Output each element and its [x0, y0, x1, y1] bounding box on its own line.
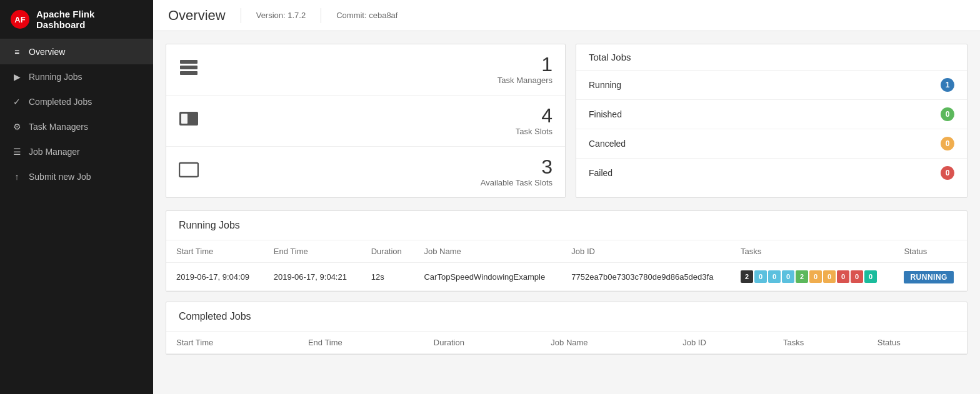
- task-badge-5: 0: [809, 270, 822, 283]
- col-tasks: Tasks: [731, 240, 894, 263]
- sidebar-item-task-managers[interactable]: ⚙ Task Managers: [0, 114, 153, 139]
- completed-jobs-table-header: Start Time End Time Duration Job Name Jo…: [166, 332, 967, 354]
- sidebar-item-completed-jobs-label: Completed Jobs: [29, 97, 92, 107]
- app-title: Apache Flink Dashboard: [36, 9, 143, 30]
- topbar-divider: [241, 8, 241, 23]
- task-managers-stat: 1 Task Managers: [498, 54, 552, 85]
- svg-text:AF: AF: [14, 15, 25, 24]
- completed-jobs-table: Start Time End Time Duration Job Name Jo…: [166, 332, 967, 354]
- comp-col-duration: Duration: [424, 332, 541, 354]
- table-row[interactable]: 2019-06-17, 9:04:09 2019-06-17, 9:04:21 …: [166, 263, 967, 291]
- comp-col-job-name: Job Name: [541, 332, 672, 354]
- cell-job-id: 7752ea7b0e7303c780de9d86a5ded3fa: [561, 263, 731, 291]
- version-label: Version: 1.7.2: [256, 11, 306, 20]
- stats-cards: 1 Task Managers 4 Task Slots: [166, 44, 566, 198]
- failed-badge: 0: [941, 166, 954, 180]
- available-task-slots-label: Available Task Slots: [481, 178, 552, 187]
- completed-jobs-section: Completed Jobs Start Time End Time Durat…: [166, 302, 968, 355]
- running-jobs-section: Running Jobs Start Time End Time Duratio…: [166, 210, 968, 292]
- task-badge-3: 0: [782, 270, 794, 283]
- col-end-time: End Time: [264, 240, 361, 263]
- available-task-slots-value: 3: [481, 157, 552, 177]
- running-jobs-table-header: Start Time End Time Duration Job Name Jo…: [166, 240, 967, 263]
- task-managers-icon: ⚙: [11, 122, 22, 132]
- sidebar-item-completed-jobs[interactable]: ✓ Completed Jobs: [0, 89, 153, 114]
- running-jobs-icon: ▶: [11, 72, 22, 82]
- comp-col-job-id: Job ID: [672, 332, 773, 354]
- available-task-slots-card: 3 Available Task Slots: [166, 147, 565, 197]
- col-status: Status: [894, 240, 967, 263]
- sidebar-item-task-managers-label: Task Managers: [29, 122, 88, 132]
- available-slots-card-icon: [179, 161, 199, 183]
- task-slots-label: Task Slots: [516, 127, 552, 136]
- cell-start-time: 2019-06-17, 9:04:09: [166, 263, 264, 291]
- task-managers-card-icon: [179, 59, 199, 81]
- task-badge-0: 2: [741, 270, 753, 283]
- task-badge-1: 0: [754, 270, 767, 283]
- cell-end-time: 2019-06-17, 9:04:21: [264, 263, 361, 291]
- sidebar-item-overview[interactable]: ≡ Overview: [0, 39, 153, 64]
- svg-rect-6: [181, 114, 188, 124]
- sidebar-item-running-jobs[interactable]: ▶ Running Jobs: [0, 64, 153, 89]
- comp-col-tasks: Tasks: [773, 332, 868, 354]
- failed-label: Failed: [589, 168, 612, 178]
- canceled-label: Canceled: [589, 139, 626, 149]
- sidebar-item-submit-new-job[interactable]: ↑ Submit new Job: [0, 164, 153, 189]
- col-start-time: Start Time: [166, 240, 264, 263]
- task-badge-8: 0: [851, 270, 863, 283]
- col-duration: Duration: [361, 240, 414, 263]
- finished-badge: 0: [941, 107, 954, 121]
- task-badge-4: 2: [796, 270, 808, 283]
- commit-label: Commit: ceba8af: [336, 11, 398, 20]
- finished-label: Finished: [589, 109, 622, 119]
- completed-jobs-icon: ✓: [11, 97, 22, 107]
- available-task-slots-stat: 3 Available Task Slots: [481, 157, 552, 187]
- sidebar-item-job-manager[interactable]: ☰ Job Manager: [0, 139, 153, 164]
- stats-row: 1 Task Managers 4 Task Slots: [166, 44, 968, 198]
- running-jobs-section-title: Running Jobs: [166, 211, 967, 240]
- svg-rect-2: [180, 60, 198, 64]
- task-managers-label: Task Managers: [498, 76, 552, 85]
- svg-rect-4: [180, 71, 198, 75]
- running-jobs-table: Start Time End Time Duration Job Name Jo…: [166, 240, 967, 291]
- sidebar-item-overview-label: Overview: [29, 47, 65, 57]
- sidebar-item-job-manager-label: Job Manager: [29, 147, 80, 157]
- status-running-badge: RUNNING: [904, 271, 954, 283]
- job-status-canceled: Canceled 0: [576, 129, 967, 159]
- cell-job-name: CarTopSpeedWindowingExample: [414, 263, 561, 291]
- topbar-divider2: [321, 8, 321, 23]
- comp-col-start-time: Start Time: [166, 332, 298, 354]
- task-managers-value: 1: [498, 54, 552, 74]
- completed-jobs-section-title: Completed Jobs: [166, 302, 967, 332]
- topbar: Overview Version: 1.7.2 Commit: ceba8af: [153, 0, 980, 31]
- cell-tasks: 2 0 0 0 2 0 0 0 0 0: [731, 263, 894, 291]
- main-content: Overview Version: 1.7.2 Commit: ceba8af: [153, 0, 980, 394]
- app-logo: AF: [10, 9, 30, 29]
- col-job-name: Job Name: [414, 240, 561, 263]
- task-slots-value: 4: [516, 106, 552, 126]
- col-job-id: Job ID: [561, 240, 731, 263]
- total-jobs-header: Total Jobs: [576, 44, 967, 71]
- job-manager-icon: ☰: [11, 147, 22, 157]
- task-badge-2: 0: [768, 270, 781, 283]
- sidebar-header: AF Apache Flink Dashboard: [0, 0, 153, 39]
- running-badge: 1: [941, 78, 954, 92]
- job-status-running: Running 1: [576, 71, 967, 100]
- task-badges: 2 0 0 0 2 0 0 0 0 0: [741, 270, 884, 283]
- submit-job-icon: ↑: [11, 172, 22, 182]
- task-slots-card-icon: [179, 110, 199, 132]
- task-managers-card: 1 Task Managers: [166, 44, 565, 96]
- sidebar: AF Apache Flink Dashboard ≡ Overview ▶ R…: [0, 0, 153, 394]
- cell-duration: 12s: [361, 263, 414, 291]
- comp-col-end-time: End Time: [298, 332, 424, 354]
- running-label: Running: [589, 80, 621, 90]
- overview-icon: ≡: [11, 47, 22, 57]
- page-title: Overview: [168, 7, 226, 24]
- task-slots-card: 4 Task Slots: [166, 96, 565, 147]
- task-badge-9: 0: [864, 270, 877, 283]
- canceled-badge: 0: [941, 137, 954, 150]
- job-status-finished: Finished 0: [576, 100, 967, 129]
- cell-status: RUNNING: [894, 263, 967, 291]
- svg-rect-3: [180, 66, 198, 69]
- sidebar-item-running-jobs-label: Running Jobs: [29, 72, 82, 82]
